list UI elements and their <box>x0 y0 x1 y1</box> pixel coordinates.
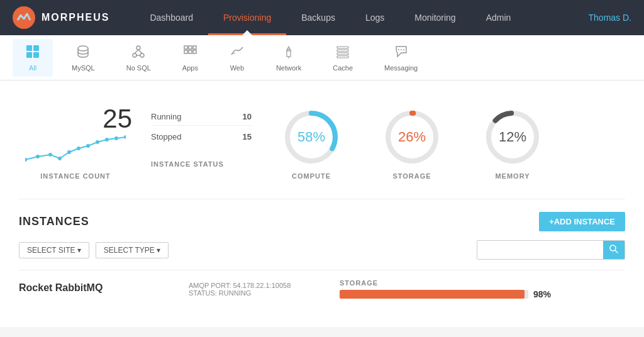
submenu-web-label: Web <box>230 64 244 72</box>
svg-rect-14 <box>184 50 187 53</box>
svg-line-10 <box>138 50 142 53</box>
apps-icon <box>182 44 197 62</box>
svg-point-7 <box>133 53 136 57</box>
submenu-network-label: Network <box>276 64 301 72</box>
logo-text: MORPHEUS <box>42 12 109 23</box>
svg-point-36 <box>114 136 118 140</box>
instance-connection: AMQP PORT: 54.178.22.1:10058 STATUS: RUN… <box>189 282 327 297</box>
storage-bar-fill <box>340 290 525 299</box>
nav-provisioning[interactable]: Provisioning <box>208 0 286 35</box>
top-navigation: MORPHEUS Dashboard Provisioning Backups … <box>0 0 644 35</box>
compute-gauge-circle: 58% <box>280 106 343 168</box>
storage-bar-row: 98% <box>340 289 625 299</box>
select-site-button[interactable]: SELECT SITE ▾ <box>19 242 89 258</box>
svg-point-24 <box>398 49 399 50</box>
svg-rect-16 <box>193 46 196 49</box>
svg-point-8 <box>140 53 144 57</box>
morpheus-logo-icon <box>13 6 35 29</box>
filter-left: SELECT SITE ▾ SELECT TYPE ▾ <box>19 242 169 258</box>
submenu-all-label: All <box>29 64 36 72</box>
svg-rect-18 <box>287 51 291 57</box>
svg-rect-13 <box>189 46 192 49</box>
nav-dashboard[interactable]: Dashboard <box>135 0 208 35</box>
user-name[interactable]: Thomas D. <box>589 13 631 23</box>
compute-label: COMPUTE <box>292 172 331 180</box>
running-label: Running <box>151 112 181 121</box>
svg-point-33 <box>86 144 90 148</box>
storage-gauge: 26% STORAGE <box>371 106 453 180</box>
filter-row: SELECT SITE ▾ SELECT TYPE ▾ <box>19 240 625 260</box>
memory-gauge: 12% MEMORY <box>472 106 553 180</box>
nosql-icon <box>131 44 146 62</box>
mysql-icon <box>75 44 91 62</box>
running-status-row: Running 10 <box>151 112 252 126</box>
svg-point-26 <box>403 49 404 50</box>
submenu-mysql[interactable]: MySQL <box>59 39 108 77</box>
search-button[interactable] <box>603 241 625 259</box>
instance-status: STATUS: RUNNING <box>189 289 327 297</box>
svg-point-34 <box>96 140 99 144</box>
svg-point-35 <box>105 138 109 141</box>
memory-value: 12% <box>499 129 526 145</box>
instance-count-widget: 25 INSTANCE COUNT <box>19 106 132 180</box>
svg-line-45 <box>615 250 618 253</box>
svg-rect-2 <box>33 45 39 51</box>
compute-gauge: 58% COMPUTE <box>270 106 352 180</box>
logo-area: MORPHEUS <box>13 6 109 29</box>
submenu-web[interactable]: Web <box>217 39 257 77</box>
main-content: 25 INSTANCE COUNT Running <box>0 80 644 327</box>
stopped-label: Stopped <box>151 132 181 141</box>
submenu-apps[interactable]: Apps <box>170 39 211 77</box>
submenu-apps-label: Apps <box>182 64 198 72</box>
add-instance-button[interactable]: +ADD INSTANCE <box>539 212 625 231</box>
memory-gauge-circle: 12% <box>481 106 544 168</box>
select-type-button[interactable]: SELECT TYPE ▾ <box>96 242 169 258</box>
svg-rect-23 <box>337 56 348 58</box>
svg-rect-15 <box>189 50 192 53</box>
submenu: All MySQL No SQL <box>0 35 644 80</box>
svg-rect-3 <box>26 52 32 58</box>
storage-bar-background <box>340 290 528 299</box>
svg-point-6 <box>136 46 140 50</box>
storage-gauge-label: STORAGE <box>392 172 431 180</box>
submenu-cache[interactable]: Cache <box>320 39 365 77</box>
nav-monitoring[interactable]: Monitoring <box>399 0 470 35</box>
submenu-network[interactable]: Network <box>264 39 314 77</box>
search-input[interactable] <box>477 243 603 258</box>
cache-icon <box>335 44 350 62</box>
instance-status-widget: Running 10 Stopped 15 INSTANCE STATUS <box>151 106 252 168</box>
storage-bar-label: STORAGE <box>340 279 625 287</box>
web-icon <box>230 44 245 62</box>
instances-title: INSTANCES <box>19 215 89 228</box>
svg-point-32 <box>77 146 80 150</box>
instance-port: AMQP PORT: 54.178.22.1:10058 <box>189 282 327 289</box>
search-icon <box>609 245 618 253</box>
svg-point-37 <box>124 135 126 139</box>
storage-percentage: 98% <box>533 289 551 299</box>
compute-value: 58% <box>297 129 325 145</box>
svg-rect-22 <box>337 53 348 55</box>
submenu-nosql[interactable]: No SQL <box>114 39 164 77</box>
messaging-icon <box>394 44 409 62</box>
svg-rect-4 <box>33 52 39 58</box>
network-icon <box>281 44 296 62</box>
all-icon <box>25 44 40 62</box>
submenu-all[interactable]: All <box>13 39 53 77</box>
svg-point-5 <box>78 46 88 51</box>
stopped-count: 15 <box>243 132 252 141</box>
svg-point-31 <box>67 150 71 154</box>
nav-backups[interactable]: Backups <box>286 0 350 35</box>
instance-storage: STORAGE 98% <box>340 279 625 299</box>
search-box <box>477 240 625 260</box>
instance-status-label: INSTANCE STATUS <box>151 160 252 168</box>
instance-count-label: INSTANCE COUNT <box>40 172 111 180</box>
submenu-messaging[interactable]: Messaging <box>372 39 430 77</box>
instances-header: INSTANCES +ADD INSTANCE <box>19 212 625 231</box>
svg-point-27 <box>25 158 27 162</box>
nav-logs[interactable]: Logs <box>350 0 399 35</box>
instance-name: Rocket RabbitMQ <box>19 282 176 294</box>
instance-count-value: 25 <box>103 106 132 132</box>
nav-admin[interactable]: Admin <box>471 0 526 35</box>
stats-row: 25 INSTANCE COUNT Running <box>19 93 625 199</box>
svg-point-25 <box>401 49 402 50</box>
